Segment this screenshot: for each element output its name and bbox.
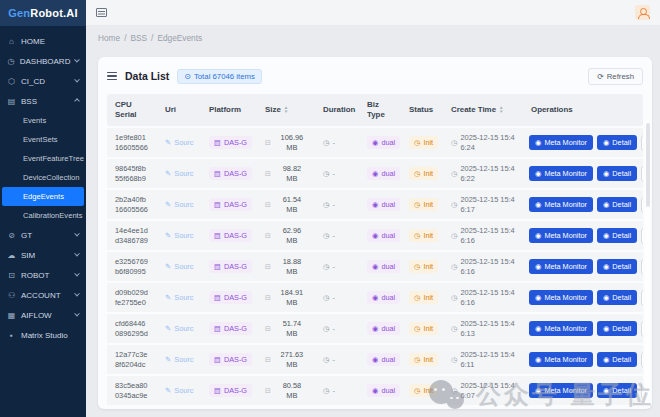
eye-icon: ◉ (603, 324, 609, 333)
app-logo[interactable]: GenRobot.AI (0, 0, 86, 26)
breadcrumb-bss[interactable]: BSS (130, 33, 147, 43)
size-icon: ⊟ (265, 170, 271, 178)
source-link[interactable]: ✎ Sourc (165, 231, 194, 240)
clock-icon: ◷ (451, 262, 457, 271)
sidebar-item-edgeevents[interactable]: EdgeEvents (2, 187, 84, 206)
table-row: 2b2a40fb 16605566 ✎ Sourc ▤ DAS-G ⊟ 61.5… (107, 190, 643, 219)
detail-button[interactable]: ◉ Detail (597, 166, 637, 181)
operations-cell: ◉ Meta Monitor ◉ Detail ▥ (523, 381, 643, 401)
create-time-cell: ◷ 2025-12-15 15:46:16 (443, 286, 523, 309)
sidebar-item-bss[interactable]: ▤ BSS (0, 91, 86, 111)
sidebar-item-dashboard[interactable]: ◷ DASHBOARD (0, 51, 86, 71)
refresh-button[interactable]: ⟳ Refresh (588, 68, 643, 85)
sort-create-time-icon[interactable]: ▲▼ (499, 106, 504, 114)
bss-icon: ▤ (7, 97, 16, 106)
source-link[interactable]: ✎ Sourc (165, 355, 194, 364)
meta-monitor-button[interactable]: ◉ Meta Monitor (529, 383, 593, 398)
sidebar-item-aiflow[interactable]: ▦ AIFLOW (0, 305, 86, 325)
column-header-biz-type: Biz Type (359, 97, 401, 123)
more-actions-dropdown[interactable]: ▥ (641, 228, 643, 244)
meta-monitor-button[interactable]: ◉ Meta Monitor (529, 197, 593, 212)
status-cell: ◷ Init (401, 289, 443, 306)
biz-type-badge: ◉ dual (367, 136, 400, 149)
size-cell: ⊟ 80.58MB (257, 379, 315, 402)
sidebar-item-sim[interactable]: ☁ SIM (0, 245, 86, 265)
size-cell: ⊟ 271.63MB (257, 348, 315, 371)
more-actions-dropdown[interactable]: ▥ (641, 166, 643, 182)
sidebar-item-events[interactable]: Events (2, 111, 84, 130)
cpu-serial-cell: 98645f8b 55f668b9 (107, 162, 157, 185)
status-cell: ◷ Init (401, 196, 443, 213)
column-header-uri: Uri (157, 102, 201, 118)
chevron-down-icon (75, 57, 80, 62)
user-avatar[interactable] (635, 5, 650, 20)
meta-monitor-button[interactable]: ◉ Meta Monitor (529, 259, 593, 274)
meta-monitor-button[interactable]: ◉ Meta Monitor (529, 290, 593, 305)
source-link[interactable]: ✎ Sourc (165, 169, 194, 178)
more-actions-dropdown[interactable]: ▥ (641, 352, 643, 368)
breadcrumb-current: EdgeEvents (157, 33, 202, 43)
more-actions-dropdown[interactable]: ▥ (641, 135, 643, 151)
cpu-serial-cell: d09b029d fe2755e0 (107, 286, 157, 309)
sidebar-item-robot[interactable]: ⊡ ROBOT (0, 265, 86, 285)
detail-button[interactable]: ◉ Detail (597, 259, 637, 274)
platform-badge: ▤ DAS-G (209, 353, 252, 366)
sidebar-item-label: ACCOUNT (21, 291, 61, 300)
source-link[interactable]: ✎ Sourc (165, 262, 194, 271)
breadcrumb-separator: / (151, 33, 153, 43)
biz-type-badge: ◉ dual (367, 384, 400, 397)
uri-cell: ✎ Sourc (157, 384, 201, 397)
more-actions-dropdown[interactable]: ▥ (641, 259, 643, 275)
meta-monitor-button[interactable]: ◉ Meta Monitor (529, 228, 593, 243)
eye-icon: ◉ (535, 355, 541, 364)
detail-button[interactable]: ◉ Detail (597, 228, 637, 243)
meta-monitor-button[interactable]: ◉ Meta Monitor (529, 352, 593, 367)
sidebar-item-eventfeaturetree[interactable]: EventFeatureTree (2, 149, 84, 168)
sidebar-item-account[interactable]: ⚇ ACCOUNT (0, 285, 86, 305)
sidebar-item-home[interactable]: ⌂ HOME (0, 31, 86, 51)
platform-icon: ▤ (214, 355, 221, 364)
platform-badge: ▤ DAS-G (209, 136, 252, 149)
more-actions-dropdown[interactable]: ▥ (641, 383, 643, 399)
breadcrumb-home[interactable]: Home (98, 33, 120, 43)
ci-cd-icon: ⬡ (7, 77, 16, 86)
source-link[interactable]: ✎ Sourc (165, 386, 194, 395)
sidebar-item-matrix-studio[interactable]: ▪ Matrix Studio (0, 325, 86, 345)
eye-icon: ◉ (535, 138, 541, 147)
sort-size-icon[interactable]: ▲▼ (284, 106, 289, 114)
detail-button[interactable]: ◉ Detail (597, 321, 637, 336)
sidebar-item-gt[interactable]: ⊘ GT (0, 225, 86, 245)
source-link[interactable]: ✎ Sourc (165, 293, 194, 302)
size-cell: ⊟ 51.74MB (257, 317, 315, 340)
more-actions-dropdown[interactable]: ▥ (641, 290, 643, 306)
scrollbar-thumb[interactable] (646, 123, 650, 207)
more-actions-dropdown[interactable]: ▥ (641, 197, 643, 213)
detail-button[interactable]: ◉ Detail (597, 197, 637, 212)
detail-button[interactable]: ◉ Detail (597, 352, 637, 367)
detail-button[interactable]: ◉ Detail (597, 383, 637, 398)
biz-type-cell: ◉ dual (359, 351, 401, 368)
operations-cell: ◉ Meta Monitor ◉ Detail ▥ (523, 257, 643, 277)
platform-icon: ▤ (214, 386, 221, 395)
sidebar-item-eventsets[interactable]: EventSets (2, 130, 84, 149)
status-badge: ◷ Init (409, 136, 438, 149)
source-link[interactable]: ✎ Sourc (165, 138, 194, 147)
sidebar-item-calibrationevents[interactable]: CalibrationEvents (2, 206, 84, 225)
meta-monitor-button[interactable]: ◉ Meta Monitor (529, 166, 593, 181)
detail-button[interactable]: ◉ Detail (597, 290, 637, 305)
source-link[interactable]: ✎ Sourc (165, 324, 194, 333)
more-actions-dropdown[interactable]: ▥ (641, 321, 643, 337)
sidebar-item-devicecollection[interactable]: DeviceCollection (2, 168, 84, 187)
status-badge: ◷ Init (409, 229, 438, 242)
meta-monitor-button[interactable]: ◉ Meta Monitor (529, 135, 593, 150)
operations-cell: ◉ Meta Monitor ◉ Detail ▥ (523, 133, 643, 153)
platform-cell: ▤ DAS-G (201, 134, 257, 151)
source-link[interactable]: ✎ Sourc (165, 200, 194, 209)
size-cell: ⊟ 106.96MB (257, 131, 315, 154)
vertical-scrollbar[interactable] (645, 121, 650, 404)
sidebar-item-ci-cd[interactable]: ⬡ CI_CD (0, 71, 86, 91)
collapse-sidebar-icon[interactable] (96, 8, 107, 17)
meta-monitor-button[interactable]: ◉ Meta Monitor (529, 321, 593, 336)
detail-button[interactable]: ◉ Detail (597, 135, 637, 150)
status-cell: ◷ Init (401, 351, 443, 368)
